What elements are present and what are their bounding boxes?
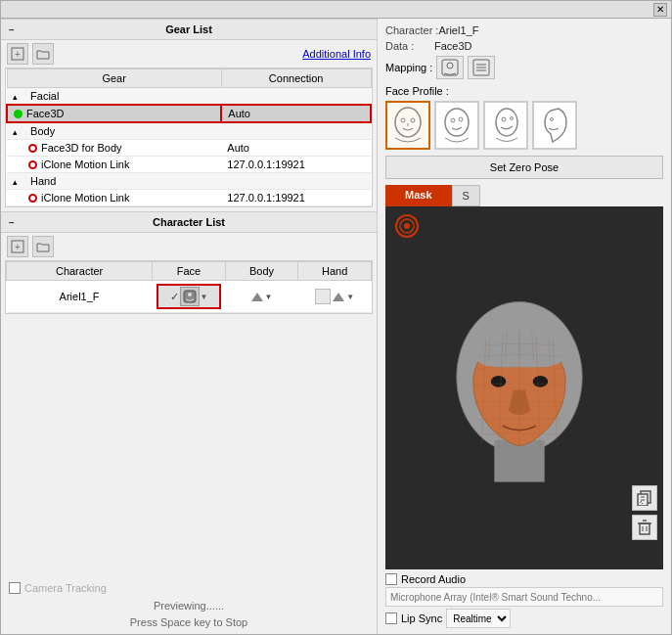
- face-profile-angle-icon: [439, 105, 474, 146]
- character-list-title: Character List: [153, 216, 225, 228]
- face-col-header: Face: [153, 262, 226, 281]
- face3d-row[interactable]: Face3D Auto: [7, 105, 371, 122]
- body-group-row: ▴ Body: [7, 122, 371, 140]
- trash-icon: [637, 520, 652, 535]
- main-window: ✕ − Gear List +: [0, 0, 672, 635]
- face3d-body-label: Face3D for Body: [41, 142, 122, 154]
- svg-point-5: [188, 293, 192, 296]
- hand-checkbox[interactable]: [315, 289, 331, 304]
- iclone-body-connection: 127.0.0.1:19921: [221, 157, 371, 173]
- mask-copy-button[interactable]: [632, 485, 657, 511]
- face-control-group[interactable]: ✓ ▼: [157, 284, 222, 309]
- bottom-section: Camera Tracking Previewing...... Press S…: [1, 578, 377, 634]
- mask-action-buttons: [632, 485, 657, 540]
- hand-triangle-btn[interactable]: [333, 293, 344, 301]
- iclone-body-row[interactable]: iClone Motion Link 127.0.0.1:19921: [7, 157, 371, 173]
- data-info-row: Data : Face3D: [385, 40, 663, 52]
- char-toolbar: +: [1, 233, 377, 260]
- svg-point-22: [551, 118, 554, 121]
- svg-text:+: +: [15, 49, 21, 60]
- gear-table: Gear Connection ▴ Facial: [6, 68, 372, 206]
- gear-table-header-row: Gear Connection: [7, 69, 371, 88]
- hand-group-row: ▴ Hand: [7, 173, 371, 190]
- iclone-hand-row[interactable]: iClone Motion Link 127.0.0.1:19921: [7, 190, 371, 206]
- face3d-body-row[interactable]: Face3D for Body Auto: [7, 140, 371, 157]
- face3d-cell-content: Face3D: [14, 108, 214, 119]
- iclone-hand-label: iClone Motion Link: [41, 192, 130, 204]
- face-profile-4[interactable]: [532, 101, 577, 150]
- ariel-row[interactable]: Ariel1_F ✓: [7, 281, 372, 313]
- svg-line-47: [642, 503, 643, 504]
- body-triangle-btn[interactable]: [251, 293, 263, 301]
- head-3d-visual: [415, 276, 624, 521]
- face-dropdown-arrow[interactable]: ▼: [201, 293, 208, 301]
- svg-rect-6: [442, 60, 458, 75]
- preview-line1: Previewing......: [9, 598, 369, 614]
- iclone-body-cell: iClone Motion Link: [7, 157, 221, 173]
- face3d-label: Face3D: [26, 108, 65, 119]
- svg-point-29: [491, 375, 506, 386]
- gear-list-title: Gear List: [165, 23, 212, 35]
- ariel-name-cell: Ariel1_F: [7, 281, 153, 313]
- gear-toolbar: + Additional Info: [1, 40, 377, 68]
- iclone-hand-content: iClone Motion Link: [13, 192, 215, 204]
- mic-input-row: [385, 587, 663, 607]
- body-triangle-icon: ▴: [13, 127, 18, 137]
- preview-text-area: Previewing...... Press Space key to Stop: [9, 598, 369, 630]
- s-tab[interactable]: S: [452, 185, 480, 206]
- facial-triangle-icon: ▴: [13, 92, 18, 102]
- face-profile-2[interactable]: [434, 101, 479, 150]
- face-profile-3[interactable]: [483, 101, 528, 150]
- mic-input-field[interactable]: [385, 587, 663, 607]
- character-value: Ariel1_F: [438, 24, 478, 36]
- face-icon-button[interactable]: [180, 287, 200, 306]
- ariel-body-cell: ▼: [225, 281, 298, 313]
- realtime-select[interactable]: Realtime: [446, 609, 511, 628]
- camera-tracking-checkbox[interactable]: [9, 582, 21, 594]
- record-audio-checkbox[interactable]: [385, 573, 397, 585]
- iclone-hand-status: [28, 194, 37, 203]
- body-col-header: Body: [225, 262, 298, 281]
- char-add-button[interactable]: +: [7, 236, 28, 257]
- face-profile-side-icon: [488, 105, 523, 146]
- lip-sync-checkbox[interactable]: [385, 612, 397, 624]
- mapping-list-icon: [472, 59, 490, 76]
- char-folder-icon: [36, 241, 50, 252]
- camera-tracking-row: Camera Tracking: [9, 582, 369, 594]
- gear-add-button[interactable]: +: [7, 43, 28, 65]
- close-button[interactable]: ✕: [653, 3, 667, 17]
- mask-area: [385, 206, 663, 569]
- gear-folder-button[interactable]: [32, 43, 54, 65]
- copy-icon: [637, 490, 652, 506]
- iclone-hand-cell: iClone Motion Link: [7, 190, 221, 206]
- face-profile-label: Face Profile :: [385, 85, 663, 97]
- mapping-face-icon: [441, 59, 459, 76]
- svg-rect-48: [640, 523, 650, 534]
- camera-tracking-label: Camera Tracking: [24, 582, 107, 594]
- mapping-list-button[interactable]: [468, 56, 495, 79]
- char-table-container: Character Face Body Hand Ariel1_F ✓: [5, 260, 373, 314]
- hand-group-cell: ▴ Hand: [7, 173, 371, 190]
- face-profile-1[interactable]: [385, 101, 430, 150]
- gear-collapse-icon[interactable]: −: [9, 24, 15, 35]
- mapping-face-button[interactable]: [436, 56, 464, 79]
- lip-sync-row: Lip Sync Realtime: [385, 609, 663, 628]
- iclone-body-content: iClone Motion Link: [13, 159, 215, 170]
- body-dropdown-arrow2[interactable]: ▼: [265, 293, 273, 301]
- hand-dropdown-arrow[interactable]: ▼: [346, 293, 354, 301]
- char-folder-button[interactable]: [32, 236, 54, 257]
- mask-tab[interactable]: Mask: [385, 185, 452, 206]
- data-label: Data :: [385, 40, 434, 52]
- face3d-body-connection: Auto: [221, 140, 371, 157]
- char-collapse-icon[interactable]: −: [9, 217, 15, 228]
- gear-col-header: Gear: [7, 69, 221, 88]
- mask-delete-button[interactable]: [632, 515, 657, 540]
- svg-point-18: [459, 117, 463, 121]
- additional-info-link[interactable]: Additional Info: [302, 48, 371, 60]
- face-checkmark: ✓: [170, 291, 179, 303]
- ariel-hand-cell: ▼: [298, 281, 372, 313]
- facial-group-label: Facial: [22, 90, 59, 102]
- set-zero-pose-button[interactable]: Set Zero Pose: [385, 156, 663, 179]
- hand-group-label: Hand: [22, 175, 56, 187]
- face3d-status-dot: [14, 110, 22, 118]
